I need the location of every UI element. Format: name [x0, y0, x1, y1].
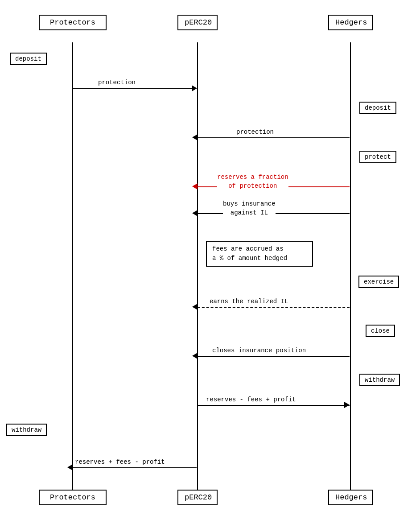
reserves-fees-profit-left-line: [73, 467, 197, 468]
reserves-fraction-arrowhead: [192, 183, 198, 190]
protection2-label: protection: [236, 128, 274, 136]
protection-arrowhead: [192, 85, 197, 91]
hedgers-top: Hedgers: [328, 15, 373, 30]
reserves-fees-profit-line: [198, 405, 350, 406]
reserves-fraction-label: reserves a fractionof protection: [217, 173, 288, 190]
deposit-left-box: deposit: [10, 53, 47, 65]
reserves-fees-profit-label: reserves - fees + profit: [206, 396, 296, 403]
reserves-fees-profit-left-arrowhead: [67, 464, 73, 470]
close-box: close: [366, 325, 395, 337]
reserves-fees-profit-arrowhead: [344, 402, 350, 408]
protection2-arrowhead: [192, 134, 198, 140]
exercise-box: exercise: [358, 276, 399, 288]
closes-insurance-label: closes insurance position: [212, 347, 306, 354]
withdraw-right-box: withdraw: [359, 374, 400, 386]
earns-realized-label: earns the realized IL: [210, 298, 288, 305]
hedgers-bottom: Hedgers: [328, 490, 373, 505]
buys-insurance-label: buys insuranceagainst IL: [223, 200, 276, 217]
perc20-lifeline: [197, 42, 198, 490]
protection-label: protection: [98, 79, 136, 86]
perc20-bottom: pERC20: [177, 490, 218, 505]
reserves-fees-profit-left-label: reserves + fees - profit: [75, 458, 165, 466]
protection2-arrow-line: [198, 137, 350, 138]
perc20-top: pERC20: [177, 15, 218, 30]
earns-realized-arrowhead: [192, 304, 198, 310]
fees-note-box: fees are accrued asa % of amount hedged: [206, 241, 313, 267]
sequence-diagram: Protectors pERC20 Hedgers Protectors pER…: [0, 0, 420, 532]
protectors-bottom: Protectors: [39, 490, 107, 505]
hedgers-lifeline: [350, 42, 351, 490]
protection-arrow-line: [73, 88, 192, 89]
closes-insurance-arrowhead: [192, 353, 198, 359]
earns-realized-line: [198, 307, 350, 308]
withdraw-left-box: withdraw: [6, 424, 47, 436]
protectors-top: Protectors: [39, 15, 107, 30]
protect-box: protect: [359, 151, 396, 163]
protectors-lifeline: [72, 42, 73, 490]
deposit-right-box: deposit: [359, 102, 396, 114]
closes-insurance-line: [198, 356, 350, 357]
buys-insurance-arrowhead: [192, 210, 198, 216]
